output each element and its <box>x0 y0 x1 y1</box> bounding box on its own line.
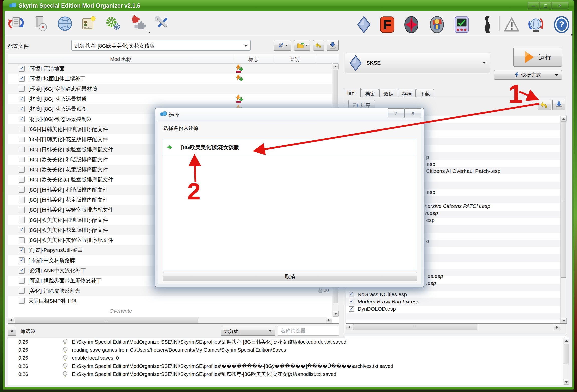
plugin-row-fragment[interactable]: .esp <box>425 188 435 196</box>
browse-nexus-icon[interactable] <box>55 14 75 34</box>
mod-enabled-checkbox[interactable] <box>19 207 25 213</box>
install-mod-icon[interactable] <box>6 14 26 34</box>
tab[interactable]: 数据 <box>379 89 397 97</box>
mod-enabled-checkbox[interactable] <box>19 96 25 102</box>
mod-enabled-checkbox[interactable] <box>19 217 25 223</box>
mod-enabled-checkbox[interactable] <box>19 237 25 243</box>
mod-enabled-checkbox[interactable] <box>19 76 25 82</box>
close-button[interactable]: ✕ <box>552 2 568 9</box>
plugin-row-fragment[interactable]: p <box>426 153 429 161</box>
backup-listbox[interactable]: [8G欧美美化]卖花女孩版 <box>163 139 417 270</box>
fallout-tool-exe-icon[interactable] <box>428 15 446 35</box>
mod-enabled-checkbox[interactable] <box>19 227 25 233</box>
settings-icon[interactable] <box>103 14 123 34</box>
plugin-row-fragment[interactable]: Citizens AI Overhaul Patch-.esp <box>426 167 500 175</box>
plugin-row[interactable]: DynDOLOD.esp <box>346 305 557 313</box>
mod-list-header[interactable]: Mod 名称 标志 类别 <box>8 54 339 64</box>
toolbar-dropdown-arrow[interactable] <box>148 32 150 33</box>
log-vertical-scrollbar[interactable] <box>563 338 569 385</box>
mod-enabled-checkbox[interactable] <box>19 288 25 294</box>
plugin-enabled-checkbox[interactable] <box>349 299 354 304</box>
tab[interactable]: 下载 <box>416 89 434 97</box>
mod-enabled-checkbox[interactable] <box>19 197 25 203</box>
executable-select[interactable]: SKSE <box>345 53 490 73</box>
tab[interactable]: 档案 <box>361 89 379 97</box>
plugin-row-fragment[interactable]: o <box>426 237 429 245</box>
mod-enabled-checkbox[interactable] <box>19 137 25 142</box>
mod-enabled-checkbox[interactable] <box>19 247 25 253</box>
column-mod-name[interactable]: Mod 名称 <box>8 56 234 63</box>
group-select[interactable]: 无分组 <box>221 326 275 336</box>
profile-tools-button[interactable] <box>274 40 291 51</box>
minimize-button[interactable]: — <box>528 2 539 9</box>
mod-row[interactable]: [环境]-[6G]-定制静态远景材质 <box>8 84 332 94</box>
bodyslide-exe-icon[interactable] <box>478 15 495 35</box>
fnis-exe-icon[interactable]: F <box>378 15 396 35</box>
restore-loadorder-backup-button[interactable] <box>538 100 551 110</box>
skyrim-exe-icon[interactable] <box>403 15 420 35</box>
skse-exe-icon[interactable] <box>355 15 373 35</box>
mod-enabled-checkbox[interactable] <box>19 147 25 152</box>
mod-row[interactable]: [环境]-高清地面 <box>8 64 332 74</box>
mod-enabled-checkbox[interactable] <box>19 278 25 284</box>
shortcut-button[interactable]: 快捷方式 <box>494 70 562 80</box>
dialog-help-button[interactable]: ? <box>388 108 404 118</box>
mod-row[interactable]: 天际巨根SMP补丁包 <box>8 296 332 306</box>
create-loadorder-backup-button[interactable] <box>552 100 565 110</box>
plugin-list-horizontal-scrollbar[interactable] <box>346 324 560 330</box>
tab[interactable]: 存档 <box>398 89 416 97</box>
create-modlist-backup-button[interactable] <box>327 40 339 51</box>
mod-enabled-checkbox[interactable] <box>19 177 25 183</box>
plugin-row-fragment[interactable]: .esp <box>425 160 435 168</box>
tab[interactable]: 插件 <box>343 88 361 97</box>
profile-manager-icon[interactable] <box>79 14 99 34</box>
toolbar-overflow-arrow[interactable] <box>570 34 573 36</box>
mod-row[interactable]: [材质]-[8G]-动态远景材质 <box>8 94 332 104</box>
profile-select[interactable]: 乱舞苍穹-[8G欧美美化]卖花女孩版 <box>71 40 251 51</box>
cancel-button[interactable]: 取消 <box>163 272 417 281</box>
plugin-enabled-checkbox[interactable] <box>349 292 354 297</box>
maximize-button[interactable]: ▢ <box>540 2 551 9</box>
dialog-close-button[interactable]: X <box>404 108 421 118</box>
mod-enabled-checkbox[interactable] <box>19 116 25 122</box>
mod-name-filter-input[interactable] <box>278 326 339 336</box>
mod-enabled-checkbox[interactable] <box>19 268 25 274</box>
plugin-row-fragment[interactable]: esp <box>426 216 435 224</box>
plugin-enabled-checkbox[interactable] <box>349 306 354 312</box>
plugin-row-fragment[interactable]: h.esp <box>425 209 438 217</box>
plugin-row[interactable]: Modern Brawl Bug Fix.esp <box>346 298 557 305</box>
mod-enabled-checkbox[interactable] <box>19 66 25 72</box>
install-archive-icon[interactable] <box>31 14 51 34</box>
mod-enabled-checkbox[interactable] <box>19 187 25 193</box>
mod-enabled-checkbox[interactable] <box>19 298 25 304</box>
plugin-row-fragment[interactable]: nersive Citizens PATCH.esp <box>425 202 490 210</box>
mod-list-horizontal-scrollbar[interactable] <box>8 317 332 323</box>
filter-expander-button[interactable]: » <box>8 326 16 336</box>
column-category[interactable]: 类别 <box>273 56 316 63</box>
update-check-icon[interactable] <box>527 15 545 35</box>
plugin-list-vertical-scrollbar[interactable] <box>560 116 567 323</box>
run-button[interactable]: 运行 <box>513 48 562 67</box>
plugin-row-fragment[interactable]: es.esp <box>428 272 443 280</box>
mod-row[interactable]: [美化]-消除皮肤反射光 20 <box>8 286 332 296</box>
tools-icon[interactable] <box>129 14 148 34</box>
help-icon[interactable]: ? <box>553 15 570 35</box>
open-folder-button[interactable] <box>294 40 310 51</box>
plugin-row-fragment[interactable]: .esp <box>426 279 436 287</box>
backup-list-item[interactable]: [8G欧美美化]卖花女孩版 <box>163 139 417 155</box>
mod-enabled-checkbox[interactable] <box>19 126 25 132</box>
mod-enabled-checkbox[interactable] <box>19 106 25 112</box>
plugin-row[interactable]: NoGrassINCities.esp <box>346 291 557 298</box>
titlebar[interactable]: Skyrim Special Edition Mod Organizer v2.… <box>3 0 574 11</box>
overwrite-row[interactable]: Overwrite <box>8 306 234 316</box>
xedit-exe-icon[interactable] <box>453 15 470 35</box>
mod-row[interactable]: [环境]-地面山体土壤补丁 <box>8 74 332 84</box>
mod-enabled-checkbox[interactable] <box>19 257 25 263</box>
mod-enabled-checkbox[interactable] <box>19 167 25 173</box>
restore-modlist-backup-button[interactable] <box>313 40 324 51</box>
configure-icon[interactable] <box>153 14 172 34</box>
mod-enabled-checkbox[interactable] <box>19 157 25 162</box>
column-flags[interactable]: 标志 <box>234 56 273 63</box>
mod-enabled-checkbox[interactable] <box>19 86 25 92</box>
warning-icon[interactable] <box>503 15 520 35</box>
